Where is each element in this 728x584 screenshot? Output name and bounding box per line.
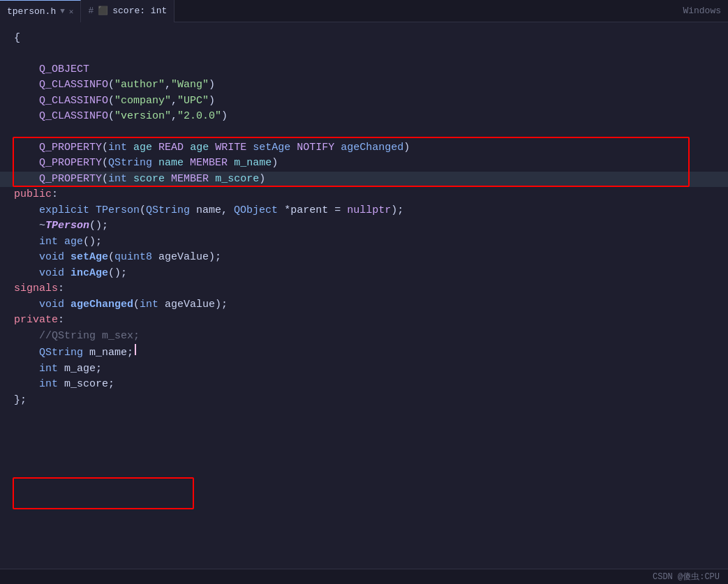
tab-score-int[interactable]: # ⬛ score: int xyxy=(81,0,174,22)
tab-label-2: score: int xyxy=(112,6,167,16)
code-line-17: signals: xyxy=(0,281,728,297)
code-line-2 xyxy=(0,47,728,62)
code-line-6: Q_CLASSINFO("version","2.0.0") xyxy=(0,109,728,125)
bottom-label: CSDN @傻虫:CPU xyxy=(653,571,720,583)
code-line-16: void incAge(); xyxy=(0,266,728,282)
code-line-22: int m_age; xyxy=(0,361,728,377)
code-line-12: explicit TPerson(QString name, QObject *… xyxy=(0,203,728,219)
code-line-11: public: xyxy=(0,187,728,203)
code-line-21: QString m_name; xyxy=(0,344,728,361)
code-line-15: void setAge(quint8 ageValue); xyxy=(0,250,728,266)
cursor xyxy=(135,344,136,355)
code-line-4: Q_CLASSINFO("author","Wang") xyxy=(0,77,728,93)
code-line-1: { xyxy=(0,31,728,47)
tab-hash-icon: # xyxy=(88,6,94,16)
code-line-14: int age(); xyxy=(0,234,728,250)
code-line-24: }; xyxy=(0,393,728,409)
code-line-9: Q_PROPERTY(QString name MEMBER m_name) xyxy=(0,156,728,172)
code-line-19: private: xyxy=(0,313,728,329)
code-indent-3 xyxy=(14,62,39,78)
tab-label-1: tperson.h xyxy=(7,6,56,17)
red-box-2 xyxy=(13,477,194,509)
code-container: { Q_OBJECT Q_CLASSINFO("author","Wang") … xyxy=(0,31,728,408)
tab-x-1[interactable]: ✕ xyxy=(69,7,74,16)
bottom-bar: CSDN @傻虫:CPU xyxy=(0,569,728,584)
tab-bar: tperson.h ▼ ✕ # ⬛ score: int Windows xyxy=(0,0,728,22)
code-area: { Q_OBJECT Q_CLASSINFO("author","Wang") … xyxy=(0,22,728,569)
code-line-23: int m_score; xyxy=(0,377,728,393)
tab-symbol-icon: ⬛ xyxy=(98,6,108,16)
code-line-7 xyxy=(0,125,728,140)
code-line-18: void ageChanged(int ageValue); xyxy=(0,297,728,313)
code-text-1: { xyxy=(14,31,20,47)
code-line-10: Q_PROPERTY(int score MEMBER m_score) xyxy=(0,172,728,188)
code-line-13: ~TPerson(); xyxy=(0,218,728,234)
code-line-3: Q_OBJECT xyxy=(0,62,728,78)
tab-tperson-h[interactable]: tperson.h ▼ ✕ xyxy=(0,0,81,22)
windows-label: Windows xyxy=(683,6,728,16)
code-line-20: //QString m_sex; xyxy=(0,329,728,345)
code-line-5: Q_CLASSINFO("company","UPC") xyxy=(0,93,728,110)
code-line-8: Q_PROPERTY(int age READ age WRITE setAge… xyxy=(0,140,728,156)
tab-close-1[interactable]: ▼ xyxy=(60,7,65,15)
code-qobject: Q_OBJECT xyxy=(39,62,89,78)
